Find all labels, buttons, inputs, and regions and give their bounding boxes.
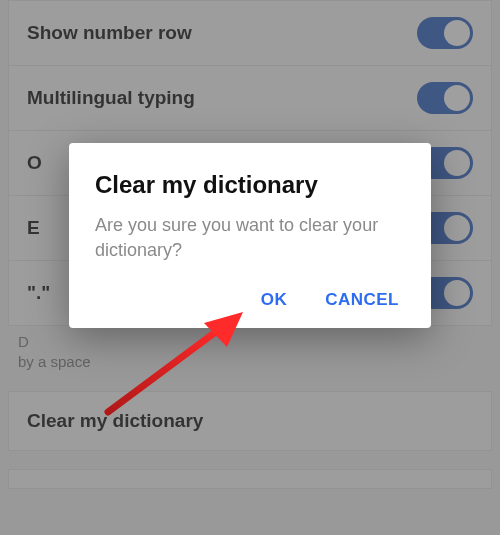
cancel-button[interactable]: CANCEL xyxy=(325,290,399,310)
modal-overlay: Clear my dictionary Are you sure you wan… xyxy=(0,0,500,535)
dialog-title: Clear my dictionary xyxy=(95,171,405,199)
ok-button[interactable]: OK xyxy=(261,290,288,310)
dialog-message: Are you sure you want to clear your dict… xyxy=(95,213,405,262)
dialog-actions: OK CANCEL xyxy=(95,290,405,310)
settings-screen: Show number row Multilingual typing O E … xyxy=(0,0,500,535)
confirm-dialog: Clear my dictionary Are you sure you wan… xyxy=(69,143,431,328)
